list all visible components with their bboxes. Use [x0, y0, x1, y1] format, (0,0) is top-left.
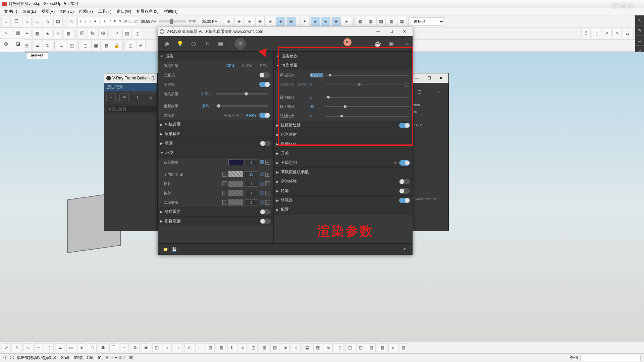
spaceenv-toggle[interactable] — [399, 179, 410, 184]
btn-c2[interactable]: ▥ — [122, 29, 132, 38]
bt-29[interactable]: ⬓ — [303, 343, 311, 352]
shadow-slider[interactable] — [325, 116, 409, 117]
bt-3[interactable]: ∿ — [23, 343, 32, 352]
color-head[interactable]: ▶色彩映射 — [274, 130, 413, 139]
save-icon[interactable]: 💾 — [170, 246, 178, 253]
bt-9[interactable]: ⬡ — [88, 343, 97, 352]
vfb-add-icon[interactable]: + — [106, 94, 116, 102]
camera2-icon[interactable]: ▦ — [102, 41, 111, 50]
bg-chk[interactable] — [265, 160, 270, 165]
region-icon[interactable]: ▣ — [91, 41, 101, 50]
denoiser-toggle[interactable] — [259, 113, 270, 118]
expand-right-icon[interactable]: ◂ ▸ — [405, 42, 409, 46]
cloud-icon[interactable]: ☁ — [33, 41, 42, 50]
noise-slider[interactable] — [325, 75, 409, 76]
menu-help[interactable]: 帮助(H) — [161, 9, 180, 14]
maxsub-slider[interactable] — [325, 106, 409, 107]
layer5-icon[interactable]: ▦ — [397, 17, 407, 26]
iso6-shade-icon[interactable]: ◈ — [276, 17, 285, 26]
minsub-value[interactable]: 1 — [310, 95, 323, 99]
bt-27[interactable]: ◈ — [281, 343, 290, 352]
cube4-icon[interactable]: ◈ — [342, 17, 351, 26]
layer1-icon[interactable]: ▦ — [356, 17, 365, 26]
menu-extensions[interactable]: 扩展程序 (x) — [134, 9, 161, 14]
mask-chk2[interactable] — [265, 200, 270, 205]
cube2-icon[interactable]: ◈ — [321, 17, 330, 26]
refresh-icon[interactable]: ↻ — [43, 41, 52, 50]
gi-map[interactable] — [259, 172, 264, 177]
refl-chk2[interactable] — [265, 181, 270, 186]
output-section[interactable]: ▶渲染输出 — [158, 129, 273, 139]
home-icon[interactable]: ⌂ — [1, 17, 11, 26]
btn-a4[interactable]: ▦ — [33, 29, 42, 38]
denoise-toggle[interactable] — [399, 198, 410, 203]
bg-min-icon[interactable]: — — [411, 74, 423, 82]
bt-17[interactable]: ⊥ — [174, 343, 182, 352]
contour-toggle[interactable] — [399, 188, 410, 194]
shadow-value[interactable]: 6 — [310, 114, 323, 118]
iso7-icon[interactable]: ◈ — [286, 17, 296, 26]
gi-chk2[interactable] — [265, 172, 270, 177]
refl-value[interactable] — [245, 181, 258, 187]
iso3-icon[interactable]: ◈ — [245, 17, 254, 26]
bt-4[interactable]: ⋯ — [34, 343, 43, 352]
cube3-icon[interactable]: ◈ — [331, 17, 341, 26]
noise-value[interactable]: 0.02 — [310, 73, 323, 77]
contour-head[interactable]: ▶轮廓 — [274, 186, 413, 196]
update-slider[interactable] — [216, 105, 268, 107]
bt-25[interactable]: ▥ — [260, 343, 268, 352]
menu-window[interactable]: 窗口(W) — [114, 9, 134, 14]
frame-icon[interactable]: ▭ — [57, 41, 66, 50]
camera-section[interactable]: ▶相机设置 — [158, 120, 273, 129]
bt-10[interactable]: ⬢ — [99, 343, 107, 352]
env-section[interactable]: ▼环境 — [158, 148, 273, 158]
folder-icon[interactable]: ▭ — [33, 17, 42, 26]
bt-35[interactable]: ▦ — [367, 343, 376, 352]
refl-chk1[interactable] — [222, 181, 227, 186]
refr-swatch[interactable] — [228, 190, 243, 196]
viewport-icon[interactable]: ▢ — [81, 41, 90, 50]
render-section[interactable]: ▼渲染 — [158, 52, 273, 61]
aa-toggle[interactable] — [399, 123, 410, 128]
bt-31[interactable]: ≋ — [324, 343, 333, 352]
open-icon[interactable]: 📁 — [161, 246, 170, 253]
undo2-icon[interactable]: ↶ — [437, 90, 440, 95]
grid-icon[interactable]: ⠿ — [581, 29, 591, 38]
menu-view[interactable]: 视图(V) — [39, 9, 57, 14]
render-button-icon[interactable]: ☕ — [372, 38, 383, 50]
minsub-slider[interactable] — [325, 97, 409, 98]
engine-cpu[interactable]: CPU — [224, 63, 237, 69]
box-icon[interactable]: ❐ — [12, 17, 21, 26]
bt-15[interactable]: ⬚ — [152, 343, 161, 352]
brush-icon[interactable]: ✎ — [612, 29, 622, 38]
light-icon[interactable]: ◱ — [126, 41, 135, 50]
gi-toggle[interactable] — [399, 160, 410, 166]
warehouse-icon[interactable]: ☲ — [623, 29, 632, 38]
render-params-head[interactable]: ▼渲染参数 — [274, 52, 413, 61]
engine-cuda[interactable]: CUDA — [239, 63, 255, 69]
sun-icon[interactable]: ☀ — [136, 41, 146, 50]
bt-20[interactable]: ▦ — [206, 343, 215, 352]
vfb-ab-icon[interactable]: ᴬᴮ — [119, 94, 129, 102]
measure-input[interactable] — [580, 355, 641, 361]
layer4-icon[interactable]: ▦ — [387, 17, 396, 26]
gi-chk1[interactable] — [222, 172, 227, 177]
btn-a7[interactable]: ▦ — [64, 29, 73, 38]
vfb-search-input[interactable] — [106, 106, 156, 112]
bt-23[interactable]: ≡ — [238, 343, 247, 352]
refr-chk2[interactable] — [265, 191, 270, 195]
refl-map[interactable] — [259, 181, 264, 186]
opt-head[interactable]: ▶最佳优化 — [274, 139, 413, 149]
bt-11[interactable]: ⌒ — [109, 343, 118, 352]
iso4-icon[interactable]: ◈ — [255, 17, 265, 26]
paint-icon[interactable]: ◍ — [0, 38, 12, 49]
materials-tab-icon[interactable]: ◉ — [161, 38, 172, 50]
vfb-del-icon[interactable]: ✕ — [146, 94, 155, 102]
print-icon[interactable]: ▤ — [53, 17, 63, 26]
quality-slider[interactable] — [216, 93, 268, 95]
maxsub-value[interactable]: 42 — [310, 105, 323, 109]
advcam-head[interactable]: ▶高级摄像机参数 — [274, 168, 413, 177]
geometry-tab-icon[interactable]: ⬡ — [188, 38, 199, 50]
progressive-toggle[interactable] — [259, 82, 270, 87]
matover-section[interactable]: ▶材质覆盖 — [158, 207, 273, 217]
